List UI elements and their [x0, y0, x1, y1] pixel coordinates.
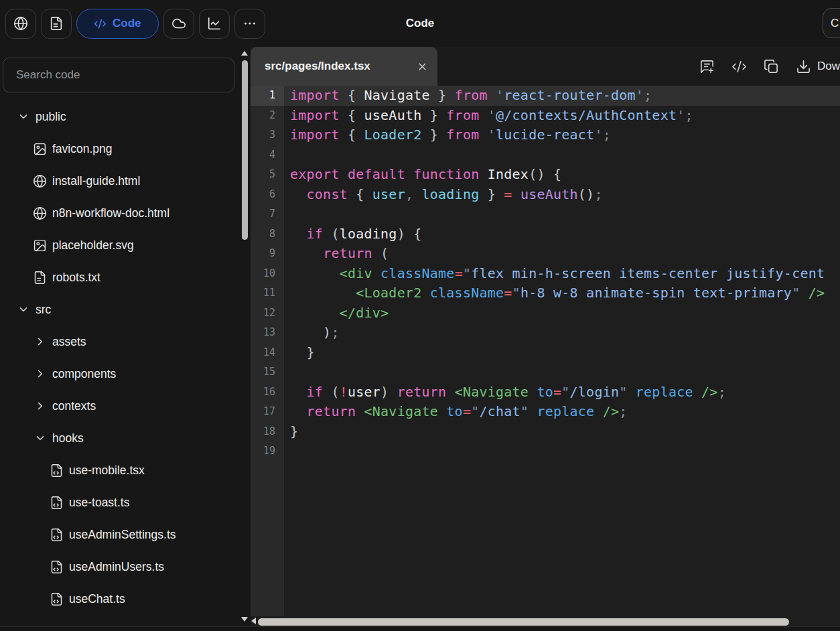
line-number: 3	[251, 125, 284, 145]
file-button[interactable]	[41, 9, 72, 39]
file-text-icon	[49, 16, 64, 31]
tree-file-install-guide-html[interactable]: install-guide.html	[0, 165, 251, 197]
more-options-button[interactable]	[234, 9, 265, 39]
code-line-15[interactable]: 15	[251, 362, 840, 382]
chevron-down-icon	[33, 431, 47, 445]
globe-button[interactable]	[5, 9, 36, 39]
tree-file-use-mobile-tsx[interactable]: use-mobile.tsx	[0, 454, 251, 486]
tree-folder-src[interactable]: src	[0, 293, 251, 326]
line-number: 10	[251, 264, 284, 284]
file-text-icon	[33, 271, 47, 285]
code-text	[284, 145, 290, 165]
line-number: 15	[251, 362, 284, 382]
scroll-down-arrow-icon[interactable]	[241, 617, 248, 622]
right-partial-button[interactable]: C	[823, 8, 840, 38]
search-input[interactable]	[3, 58, 234, 92]
code-line-5[interactable]: 5export default function Index() {	[251, 165, 840, 185]
globe-icon	[33, 206, 47, 220]
sidebar-scrollbar[interactable]	[241, 48, 249, 624]
line-number: 8	[251, 224, 284, 244]
line-number: 4	[251, 145, 284, 165]
tree-file-use-toast-ts[interactable]: use-toast.ts	[0, 486, 251, 518]
tree-label: public	[36, 110, 66, 124]
code-line-16[interactable]: 16 if (!user) return <Navigate to="/logi…	[251, 382, 840, 403]
code-text	[284, 362, 290, 382]
copy-button[interactable]	[764, 59, 779, 74]
tree-label: n8n-workflow-doc.html	[52, 206, 169, 220]
line-number: 19	[251, 441, 284, 462]
code-icon	[731, 59, 747, 74]
copy-icon	[764, 59, 779, 74]
view-source-button[interactable]	[731, 59, 747, 74]
code-line-4[interactable]: 4	[251, 145, 840, 165]
image-icon	[33, 238, 47, 253]
code-text: );	[284, 323, 340, 343]
tree-file-favicon-png[interactable]: favicon.png	[0, 133, 251, 165]
tree-label: assets	[52, 335, 86, 349]
code-line-2[interactable]: 2import { useAuth } from '@/contexts/Aut…	[251, 106, 840, 126]
cloud-icon	[171, 16, 186, 31]
topbar: Code Code C	[0, 0, 840, 47]
line-number: 12	[251, 303, 284, 324]
download-icon	[796, 59, 811, 74]
chevron-right-icon	[33, 335, 47, 349]
code-text	[284, 441, 290, 462]
line-number: 17	[251, 402, 284, 422]
tree-file-n8n-workflow-doc-html[interactable]: n8n-workflow-doc.html	[0, 197, 251, 229]
code-text: if (loading) {	[284, 224, 422, 244]
code-line-11[interactable]: 11 <Loader2 className="h-8 w-8 animate-s…	[251, 283, 840, 303]
code-line-18[interactable]: 18}	[251, 422, 840, 442]
file-code-icon	[50, 592, 64, 606]
code-line-17[interactable]: 17 return <Navigate to="/chat" replace /…	[251, 402, 840, 422]
code-line-6[interactable]: 6 const { user, loading } = useAuth();	[251, 185, 840, 205]
tree-folder-assets[interactable]: assets	[0, 326, 251, 358]
download-button[interactable]: Dow	[796, 59, 840, 74]
code-line-9[interactable]: 9 return (	[251, 244, 840, 264]
tree-label: install-guide.html	[52, 174, 140, 188]
code-line-13[interactable]: 13 );	[251, 323, 840, 343]
tab-src-pages-index-tsx[interactable]: src/pages/Index.tsx	[251, 47, 437, 86]
add-comment-button[interactable]	[699, 59, 715, 74]
tree-file-useadminsettings-ts[interactable]: useAdminSettings.ts	[0, 518, 251, 551]
line-number: 16	[251, 382, 284, 403]
code-line-12[interactable]: 12 </div>	[251, 303, 840, 324]
editor-tab-bar: src/pages/Index.tsx	[251, 47, 840, 86]
tree-file-usechat-ts[interactable]: useChat.ts	[0, 583, 251, 615]
code-text: }	[284, 422, 298, 442]
code-mode-button[interactable]: Code	[76, 9, 159, 39]
code-line-3[interactable]: 3import { Loader2 } from 'lucide-react';	[251, 125, 840, 145]
chevron-right-icon	[33, 367, 47, 381]
file-code-icon	[50, 528, 64, 542]
code-text: return <Navigate to="/chat" replace />;	[284, 402, 628, 422]
tree-label: favicon.png	[52, 142, 113, 156]
ellipsis-icon	[242, 16, 257, 31]
code-text: if (!user) return <Navigate to="/login" …	[284, 382, 726, 403]
globe-icon	[13, 16, 28, 31]
code-line-1[interactable]: 1import { Navigate } from 'react-router-…	[251, 86, 840, 106]
scroll-left-arrow-icon[interactable]	[251, 618, 256, 624]
cloud-button[interactable]	[163, 9, 194, 39]
tree-label: useAdminSettings.ts	[69, 528, 176, 542]
code-line-10[interactable]: 10 <div className="flex min-h-screen ite…	[251, 264, 840, 284]
scroll-up-arrow-icon[interactable]	[241, 51, 248, 56]
tree-file-robots-txt[interactable]: robots.txt	[0, 261, 251, 293]
code-text: import { useAuth } from '@/contexts/Auth…	[284, 106, 693, 126]
code-line-14[interactable]: 14 }	[251, 343, 840, 363]
code-icon	[94, 17, 107, 30]
sidebar-scrollbar-thumb[interactable]	[242, 60, 248, 240]
code-line-7[interactable]: 7	[251, 204, 840, 224]
code-button-label: Code	[113, 17, 141, 30]
analytics-button[interactable]	[199, 9, 230, 39]
tree-folder-components[interactable]: components	[0, 358, 251, 390]
close-tab-icon[interactable]	[417, 61, 428, 72]
tree-folder-hooks[interactable]: hooks	[0, 422, 251, 454]
tree-folder-public[interactable]: public	[0, 100, 251, 133]
code-line-8[interactable]: 8 if (loading) {	[251, 224, 840, 244]
tree-label: use-toast.ts	[69, 496, 129, 510]
tree-file-placeholder-svg[interactable]: placeholder.svg	[0, 229, 251, 261]
code-line-19[interactable]: 19	[251, 441, 840, 462]
tree-file-useadminusers-ts[interactable]: useAdminUsers.ts	[0, 551, 251, 583]
tree-label: hooks	[52, 431, 84, 445]
tree-folder-contexts[interactable]: contexts	[0, 390, 251, 422]
horizontal-scrollbar-thumb[interactable]	[258, 618, 789, 626]
